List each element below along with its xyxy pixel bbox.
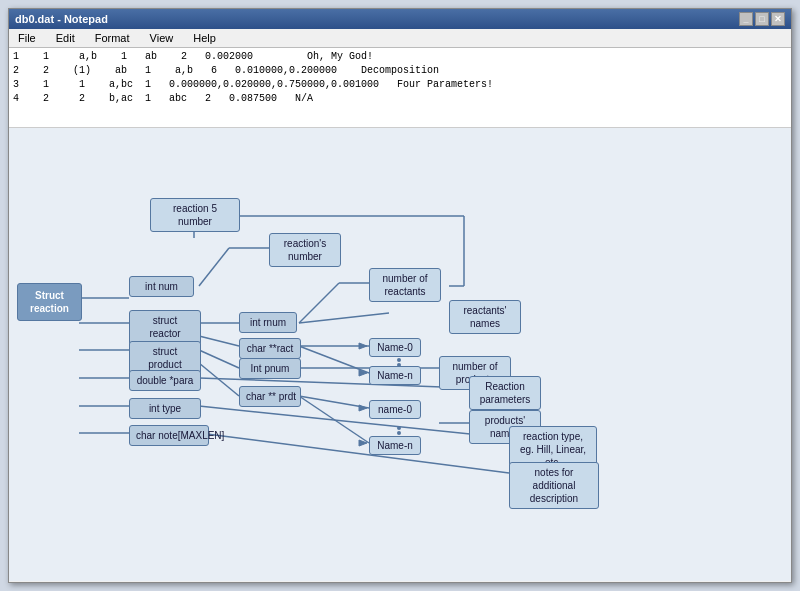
svg-marker-26 bbox=[359, 370, 367, 376]
svg-line-15 bbox=[299, 346, 369, 373]
char-ract-box: char **ract bbox=[239, 338, 301, 359]
svg-line-24 bbox=[199, 433, 509, 473]
close-button[interactable]: ✕ bbox=[771, 12, 785, 26]
main-window: db0.dat - Notepad _ □ ✕ File Edit Format… bbox=[8, 8, 792, 583]
title-bar: db0.dat - Notepad _ □ ✕ bbox=[9, 9, 791, 29]
minimize-button[interactable]: _ bbox=[739, 12, 753, 26]
svg-marker-28 bbox=[359, 440, 367, 446]
reactions-number-box: reaction's number bbox=[269, 233, 341, 267]
struct-reaction-box: Struct reaction bbox=[17, 283, 82, 321]
svg-line-7 bbox=[199, 248, 229, 286]
svg-point-29 bbox=[397, 358, 401, 362]
menu-format[interactable]: Format bbox=[92, 31, 133, 45]
svg-marker-27 bbox=[359, 405, 367, 411]
int-rnum-box: int rnum bbox=[239, 312, 297, 333]
text-line-3: 3 1 1 a,bc 1 0.000000,0.020000,0.750000,… bbox=[13, 78, 787, 92]
notes-description-box: notes for additional description bbox=[509, 462, 599, 509]
svg-line-19 bbox=[299, 396, 369, 408]
svg-line-20 bbox=[299, 396, 369, 443]
diagram-area: Struct reaction int num struct reactor R… bbox=[9, 128, 791, 581]
int-pnum-box: Int pnum bbox=[239, 358, 301, 379]
reaction-5-number-box: reaction 5 number bbox=[150, 198, 240, 232]
menu-help[interactable]: Help bbox=[190, 31, 219, 45]
window-controls: _ □ ✕ bbox=[739, 12, 785, 26]
name-0-prdt-box: name-0 bbox=[369, 400, 421, 419]
menu-view[interactable]: View bbox=[147, 31, 177, 45]
svg-line-10 bbox=[199, 336, 239, 346]
svg-line-11 bbox=[299, 283, 339, 323]
svg-point-32 bbox=[397, 426, 401, 430]
svg-marker-25 bbox=[359, 343, 367, 349]
svg-line-17 bbox=[199, 363, 239, 396]
number-of-reactants-box: number of reactants bbox=[369, 268, 441, 302]
text-line-1: 1 1 a,b 1 ab 2 0.002000 Oh, My God! bbox=[13, 50, 787, 64]
maximize-button[interactable]: □ bbox=[755, 12, 769, 26]
reactants-names-box: reactants' names bbox=[449, 300, 521, 334]
svg-line-13 bbox=[299, 313, 389, 323]
svg-point-33 bbox=[397, 431, 401, 435]
char-prdt-box: char ** prdt bbox=[239, 386, 301, 407]
window-title: db0.dat - Notepad bbox=[15, 13, 108, 25]
menu-file[interactable]: File bbox=[15, 31, 39, 45]
svg-line-23 bbox=[199, 406, 509, 438]
text-line-4: 4 2 2 b,ac 1 abc 2 0.087500 N/A bbox=[13, 92, 787, 106]
int-type-box: int type bbox=[129, 398, 201, 419]
menu-bar: File Edit Format View Help bbox=[9, 29, 791, 48]
name-n-ract-box: Name-n bbox=[369, 366, 421, 385]
text-line-2: 2 2 (1) ab 1 a,b 6 0.010000,0.200000 Dec… bbox=[13, 64, 787, 78]
reaction-parameters-box: Reaction parameters bbox=[469, 376, 541, 410]
notepad-content[interactable]: 1 1 a,b 1 ab 2 0.002000 Oh, My God! 2 2 … bbox=[9, 48, 791, 128]
int-num-box: int num bbox=[129, 276, 194, 297]
menu-edit[interactable]: Edit bbox=[53, 31, 78, 45]
double-para-box: double *para bbox=[129, 370, 201, 391]
name-0-ract-box: Name-0 bbox=[369, 338, 421, 357]
char-note-box: char note[MAXLEN] bbox=[129, 425, 209, 446]
name-n-prdt-box: Name-n bbox=[369, 436, 421, 455]
svg-line-16 bbox=[199, 350, 239, 368]
